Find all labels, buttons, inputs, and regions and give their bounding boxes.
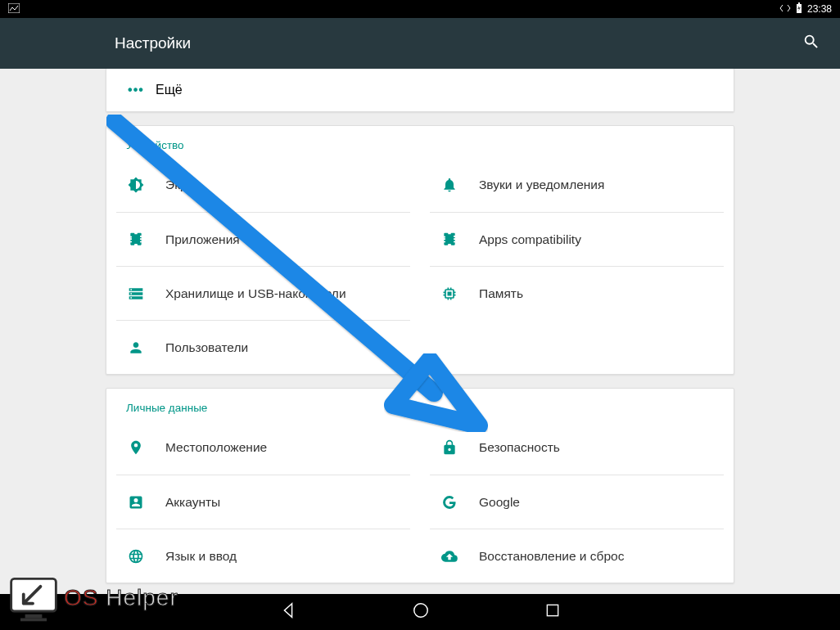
status-time: 23:38	[807, 3, 832, 15]
svg-rect-4	[547, 605, 558, 615]
svg-rect-2	[798, 2, 800, 4]
settings-item-more[interactable]: ••• Ещё	[106, 69, 734, 111]
users-icon	[116, 340, 156, 356]
memory-icon	[430, 286, 469, 302]
screenshot-icon	[8, 3, 20, 16]
settings-item-label: Хранилище и USB-накопители	[165, 286, 346, 301]
settings-item-label: Звуки и уведомления	[479, 178, 604, 192]
appcomp-icon	[430, 232, 469, 248]
settings-item-label: Язык и ввод	[165, 549, 237, 564]
back-icon	[279, 601, 297, 619]
section-header-device: Устройство	[106, 126, 734, 158]
card-personal: Личные данные Местоположение Аккаунты Яз…	[106, 388, 734, 583]
settings-item-language[interactable]: Язык и ввод	[116, 529, 410, 583]
accounts-icon	[116, 494, 156, 511]
settings-item-google[interactable]: Google	[430, 475, 724, 529]
location-icon	[116, 439, 156, 456]
sound-icon	[430, 177, 469, 193]
settings-item-label: Память	[479, 286, 523, 301]
content-area: ••• Ещё Устройство Экран Приложения	[0, 69, 840, 594]
settings-item-accounts[interactable]: Аккаунты	[116, 475, 410, 529]
card-device: Устройство Экран Приложения Хранилище и …	[106, 125, 734, 375]
status-bar: 23:38	[0, 0, 840, 18]
backup-icon	[430, 548, 469, 565]
settings-item-users[interactable]: Пользователи	[116, 320, 410, 374]
settings-item-sound[interactable]: Звуки и уведомления	[430, 158, 724, 212]
svg-point-3	[414, 604, 428, 618]
language-icon	[116, 548, 156, 565]
nav-home[interactable]	[412, 601, 430, 623]
svg-rect-0	[8, 3, 20, 13]
settings-item-location[interactable]: Местоположение	[116, 421, 410, 475]
page-title: Настройки	[115, 34, 191, 52]
storage-icon	[116, 286, 156, 302]
title-bar: Настройки	[0, 18, 840, 69]
settings-item-label: Apps compatibility	[479, 232, 581, 247]
more-icon: •••	[128, 83, 144, 97]
settings-item-label: Безопасность	[479, 440, 560, 455]
settings-item-display[interactable]: Экран	[116, 158, 410, 212]
search-button[interactable]	[802, 33, 820, 54]
search-icon	[802, 33, 820, 51]
recents-icon	[544, 602, 561, 619]
google-icon	[430, 494, 469, 511]
home-icon	[412, 601, 430, 619]
section-header-personal: Личные данные	[106, 389, 734, 421]
nav-back[interactable]	[279, 601, 297, 623]
settings-item-memory[interactable]: Память	[430, 266, 724, 320]
settings-item-label: Пользователи	[165, 340, 248, 355]
settings-item-label: Ещё	[156, 83, 183, 97]
settings-item-label: Местоположение	[165, 440, 267, 455]
settings-item-appcomp[interactable]: Apps compatibility	[430, 212, 724, 266]
settings-item-label: Экран	[165, 178, 201, 192]
settings-item-storage[interactable]: Хранилище и USB-накопители	[116, 266, 410, 320]
code-icon	[779, 3, 791, 15]
nav-recents[interactable]	[544, 602, 561, 622]
battery-icon	[796, 2, 802, 16]
apps-icon	[116, 232, 156, 248]
security-icon	[430, 439, 469, 456]
settings-item-label: Google	[479, 495, 520, 510]
settings-item-label: Приложения	[165, 232, 240, 247]
settings-item-backup[interactable]: Восстановление и сброс	[430, 529, 724, 583]
settings-item-apps[interactable]: Приложения	[116, 212, 410, 266]
settings-item-security[interactable]: Безопасность	[430, 421, 724, 475]
settings-item-label: Восстановление и сброс	[479, 549, 624, 564]
nav-bar	[0, 594, 840, 630]
settings-item-label: Аккаунты	[165, 495, 220, 510]
card-more: ••• Ещё	[106, 69, 734, 112]
display-icon	[116, 177, 156, 193]
